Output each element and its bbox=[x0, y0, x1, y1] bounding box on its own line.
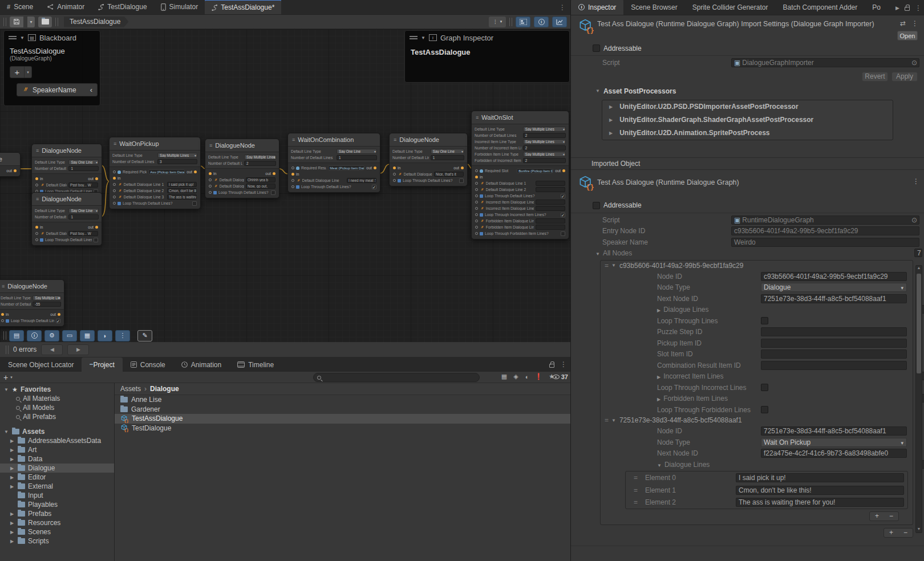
expand-chevron-icon[interactable]: ‹ bbox=[90, 86, 92, 94]
node-collapse-icon[interactable]: ≡ bbox=[292, 137, 295, 143]
graph-node-waitonslot[interactable]: ≡WaitOnSlotDefault Line TypeSay Multiple… bbox=[471, 111, 569, 239]
output-port[interactable] bbox=[194, 170, 197, 173]
blackboard-toggle-button[interactable] bbox=[516, 17, 530, 27]
inspector-tab-po[interactable]: Po bbox=[865, 0, 888, 15]
property-checkbox[interactable] bbox=[761, 317, 768, 324]
graph-options-dropdown[interactable]: ⋮▾ bbox=[489, 17, 506, 27]
check-port[interactable] bbox=[35, 238, 38, 241]
project-search-input[interactable] bbox=[313, 373, 480, 382]
loop-checkbox[interactable]: ✓ bbox=[561, 194, 565, 198]
line-port[interactable] bbox=[291, 179, 294, 182]
favorite-item-all-materials[interactable]: All Materials bbox=[0, 394, 114, 403]
postprocessor-item[interactable]: ▶UnityEditor.ShaderGraph.ShaderGraphAsse… bbox=[602, 113, 893, 127]
property-field[interactable] bbox=[761, 339, 907, 348]
line-input[interactable]: Nice, that's it bbox=[434, 172, 464, 177]
tree-folder-external[interactable]: ▶External bbox=[0, 482, 114, 491]
settings-button[interactable]: ⚙ bbox=[44, 330, 59, 342]
visible-items-indicator[interactable]: 37 bbox=[553, 373, 568, 380]
inspector-tab-sprite-collider-generator[interactable]: Sprite Collider Generator bbox=[685, 0, 776, 15]
loop-checkbox[interactable]: ✓ bbox=[561, 213, 565, 217]
reorder-handle-icon[interactable]: = bbox=[634, 486, 638, 494]
line-port[interactable] bbox=[475, 207, 478, 210]
all-nodes-row[interactable]: ▼All Nodes 7 bbox=[571, 247, 924, 259]
property-field[interactable] bbox=[761, 361, 907, 370]
line-input[interactable] bbox=[536, 200, 565, 205]
property-dropdown[interactable]: Say One Line bbox=[337, 149, 377, 154]
node-collapse-icon[interactable]: ≡ bbox=[2, 283, 5, 289]
foldout-arrow-icon[interactable]: ▼ bbox=[611, 418, 616, 423]
loop-checkbox[interactable] bbox=[94, 238, 98, 242]
file-item-testdialogue[interactable]: {}TestDialogue bbox=[115, 424, 570, 433]
property-input[interactable]: 2 bbox=[523, 133, 566, 138]
scrollbar-thumb[interactable] bbox=[917, 274, 921, 373]
graph-node-dialoguenode[interactable]: ≡DialogueNodeDefault Line TypeSay One Li… bbox=[31, 192, 102, 246]
blackboard-field-speakername[interactable]: ​〃 SpeakerName ‹ bbox=[17, 83, 98, 96]
object-field[interactable]: Ass (Pickup Item Data) bbox=[148, 169, 185, 174]
inspector-tab-scene-browser[interactable]: Scene Browser bbox=[623, 0, 684, 15]
entry-node-field[interactable]: c93b5606-401f-49a2-99b5-9ecbf1fa9c29 bbox=[731, 226, 919, 235]
property-dropdown[interactable]: Say Multiple Lines bbox=[523, 152, 566, 157]
graph-canvas[interactable]: ▼ ▤ Blackboard TestAssDialogue (Dialogue… bbox=[0, 29, 570, 342]
input-port[interactable] bbox=[291, 173, 294, 176]
node-collapse-icon[interactable]: ≡ bbox=[36, 196, 39, 202]
inspector-lock-icon[interactable] bbox=[905, 7, 910, 11]
input-port[interactable] bbox=[113, 177, 116, 180]
property-dropdown[interactable]: Say Multiple Lines bbox=[157, 153, 197, 158]
next-error-button[interactable]: ▶ bbox=[67, 344, 89, 355]
info-panel-button[interactable]: i bbox=[27, 330, 42, 342]
line-input[interactable]: Psst boy... W bbox=[68, 231, 98, 236]
tree-folder-prefabs[interactable]: ▶Prefabs bbox=[0, 509, 114, 518]
foldout-arrow-icon[interactable]: ▶ bbox=[9, 484, 15, 489]
tab-animator[interactable]: Animator bbox=[40, 0, 91, 14]
tab-testassdialogue[interactable]: TestAssDialogue* bbox=[205, 0, 281, 14]
drag-bars-icon[interactable] bbox=[9, 36, 17, 39]
tree-folder-editor[interactable]: ▶Editor bbox=[0, 473, 114, 482]
graph-node-waitonpickup[interactable]: ≡WaitOnPickupDefault Line TypeSay Multip… bbox=[109, 137, 201, 209]
speaker-name-field[interactable]: Weirdo bbox=[731, 238, 919, 247]
scroll-down-icon[interactable]: ▼ bbox=[916, 527, 922, 532]
property-checkbox[interactable] bbox=[761, 406, 768, 413]
graph-edge[interactable] bbox=[380, 164, 390, 173]
graph-node-dialoguenode[interactable]: ≡DialogueNodeDefault Line TypeSay Multip… bbox=[0, 279, 64, 327]
line-port[interactable] bbox=[35, 232, 38, 235]
output-port[interactable] bbox=[95, 177, 98, 180]
input-port[interactable] bbox=[393, 166, 396, 169]
line-input[interactable]: Psst boy... W bbox=[68, 182, 98, 188]
object-port[interactable] bbox=[475, 169, 478, 172]
line-port[interactable] bbox=[113, 196, 116, 198]
node-section-header[interactable]: =▼c93b5606-401f-49a2-99b5-9ecbf1fa9c29 bbox=[601, 261, 913, 271]
node-collapse-icon[interactable]: ≡ bbox=[114, 141, 116, 147]
add-element-button[interactable]: + bbox=[870, 512, 884, 521]
search-by-label-icon[interactable]: ◈ bbox=[513, 373, 518, 380]
property-field[interactable] bbox=[761, 349, 907, 359]
graph-node-dialoguenode[interactable]: ≡DialogueNodeDefault Line TypeSay One Li… bbox=[389, 133, 468, 186]
line-port[interactable] bbox=[209, 185, 212, 188]
reorder-handle-icon[interactable]: = bbox=[605, 416, 608, 424]
tree-folder-scenes[interactable]: ▶Scenes bbox=[0, 527, 114, 536]
output-port[interactable] bbox=[562, 169, 565, 172]
property-input[interactable]: 3 bbox=[157, 159, 197, 164]
element-field[interactable]: Cmon, don't be like this! bbox=[736, 486, 904, 495]
line-input[interactable]: Cmon, don't be like this! bbox=[167, 188, 197, 193]
tree-folder-playables[interactable]: Playables bbox=[0, 500, 114, 509]
tab-scene-object-locator[interactable]: Scene Object Locator bbox=[0, 357, 82, 372]
tab-console[interactable]: Console bbox=[123, 357, 173, 372]
input-port[interactable] bbox=[35, 226, 38, 229]
tab-simulator[interactable]: Simulator bbox=[154, 0, 205, 14]
addressable-checkbox[interactable] bbox=[593, 44, 600, 52]
collapse-chevron-icon[interactable]: ▼ bbox=[20, 35, 25, 40]
create-asset-button[interactable]: + bbox=[3, 373, 8, 382]
foldout-arrow-icon[interactable]: ▶ bbox=[9, 448, 15, 453]
tree-folder-data[interactable]: ▶Data bbox=[0, 454, 114, 464]
property-dropdown[interactable]: Say Multiple Lines bbox=[523, 127, 566, 132]
foldout-arrow-icon[interactable]: ▶ bbox=[9, 511, 15, 517]
tab-project[interactable]: Project bbox=[82, 357, 122, 372]
line-port[interactable] bbox=[475, 226, 478, 229]
element-field[interactable]: The ass is waiting there for you! bbox=[736, 498, 904, 507]
tree-folder-addressableassetsdata[interactable]: ▶AddressableAssetsData bbox=[0, 436, 114, 445]
remove-element-button[interactable]: − bbox=[898, 529, 913, 537]
loop-checkbox[interactable]: ✓ bbox=[56, 319, 60, 323]
graph-inspector-toggle-button[interactable]: i bbox=[534, 17, 549, 27]
inspector-tab-batch-component-adder[interactable]: Batch Component Adder bbox=[775, 0, 865, 15]
property-input[interactable]: 1 bbox=[68, 214, 99, 219]
